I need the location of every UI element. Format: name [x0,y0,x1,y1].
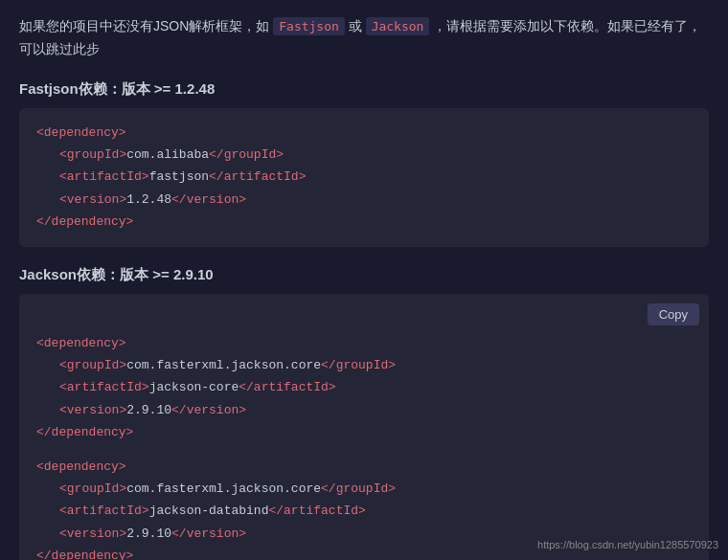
jackson2-dep-open: <dependency> [36,459,126,474]
jackson2-line2: <groupId>com.fasterxml.jackson.core</gro… [36,478,692,500]
fastjson-badge: Fastjson [273,17,345,35]
jackson2-line3: <artifactId>jackson-databind</artifactId… [36,500,692,522]
fastjson-groupid-open: <groupId> [59,147,126,162]
jackson1-line4: <version>2.9.10</version> [36,399,692,421]
jackson1-artifactid-close: </artifactId> [239,380,335,394]
fastjson-artifactid-open: <artifactId> [59,169,149,184]
jackson2-groupid-value: com.fasterxml.jackson.core [126,482,321,496]
fastjson-groupid-value: com.alibaba [126,147,209,162]
fastjson-line3: <artifactId>fastjson</artifactId> [36,166,692,188]
jackson1-version-close: </version> [171,403,246,417]
watermark: https://blog.csdn.net/yubin1285570923 [537,539,718,550]
jackson1-dep-open: <dependency> [36,336,126,350]
jackson2-artifactid-open: <artifactId> [59,504,149,518]
jackson2-artifactid-close: </artifactId> [268,504,365,518]
jackson1-line1: <dependency> [36,332,692,354]
intro-text-before: 如果您的项目中还没有JSON解析框架，如 [19,18,273,34]
jackson-code-combined-block: Copy <dependency> <groupId>com.fasterxml… [19,294,709,560]
jackson1-line5: </dependency> [36,421,692,443]
jackson-block1: <dependency> <groupId>com.fasterxml.jack… [36,332,692,444]
intro-text-or: 或 [345,18,366,34]
jackson2-version-close: </version> [171,526,246,541]
intro-paragraph: 如果您的项目中还没有JSON解析框架，如 Fastjson 或 Jackson … [19,15,709,61]
jackson-title: Jackson依赖：版本 >= 2.9.10 [19,266,709,284]
fastjson-artifactid-value: fastjson [149,169,209,184]
fastjson-groupid-close: </groupId> [209,147,284,162]
jackson-section: Jackson依赖：版本 >= 2.9.10 Copy <dependency>… [19,266,709,560]
jackson1-line2: <groupId>com.fasterxml.jackson.core</gro… [36,354,692,376]
fastjson-dep-open-tag: <dependency> [36,125,126,140]
fastjson-artifactid-close: </artifactId> [209,169,306,184]
fastjson-line5: </dependency> [36,211,692,233]
jackson2-version-open: <version> [59,526,126,541]
fastjson-version-close: </version> [171,192,246,207]
jackson1-artifactid-value: jackson-core [149,380,239,394]
jackson2-line1: <dependency> [36,456,692,478]
jackson1-groupid-value: com.fasterxml.jackson.core [126,358,321,372]
fastjson-version-value: 1.2.48 [126,192,171,207]
fastjson-dep-close-tag: </dependency> [36,214,133,229]
fastjson-line2: <groupId>com.alibaba</groupId> [36,144,692,166]
fastjson-code-block: <dependency> <groupId>com.alibaba</group… [19,108,709,247]
jackson1-groupid-open: <groupId> [59,358,126,372]
jackson1-artifactid-open: <artifactId> [59,380,149,394]
copy-button[interactable]: Copy [648,303,699,325]
jackson1-line3: <artifactId>jackson-core</artifactId> [36,376,692,398]
jackson2-artifactid-value: jackson-databind [149,504,269,518]
fastjson-line1: <dependency> [36,122,692,144]
fastjson-line4: <version>1.2.48</version> [36,189,692,211]
fastjson-section: Fastjson依赖：版本 >= 1.2.48 <dependency> <gr… [19,80,709,247]
jackson2-dep-close: </dependency> [36,549,133,560]
jackson2-groupid-open: <groupId> [59,482,126,496]
jackson-badge: Jackson [366,17,430,35]
fastjson-title: Fastjson依赖：版本 >= 1.2.48 [19,80,709,99]
jackson2-version-value: 2.9.10 [126,526,171,541]
fastjson-version-open: <version> [59,192,126,207]
jackson2-groupid-close: </groupId> [321,482,396,496]
jackson1-version-value: 2.9.10 [126,403,171,417]
jackson1-version-open: <version> [59,403,126,417]
jackson1-dep-close: </dependency> [36,425,133,439]
jackson1-groupid-close: </groupId> [321,358,396,372]
